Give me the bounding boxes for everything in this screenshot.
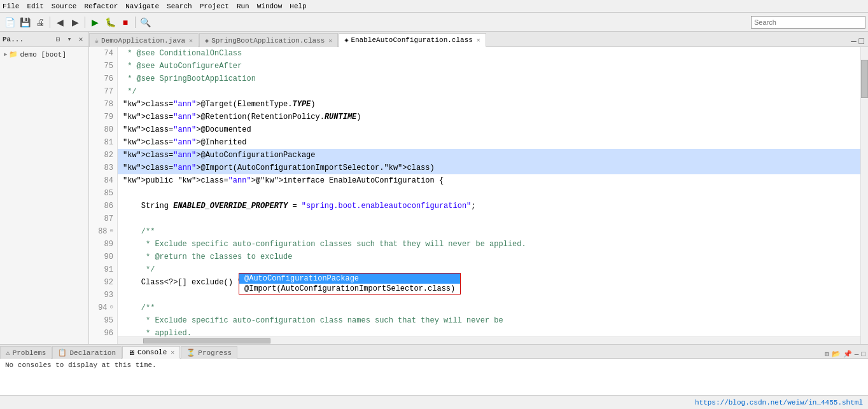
console-text: No consoles to display at this time.: [5, 361, 157, 369]
code-line[interactable]: * applied.: [118, 327, 860, 336]
problems-icon: ⚠: [6, 349, 10, 357]
code-line[interactable]: * @see ConditionalOnClass: [118, 47, 860, 60]
code-line[interactable]: * Exclude specific auto-configuration cl…: [118, 314, 860, 327]
code-line[interactable]: String ENABLED_OVERRIDE_PROPERTY = "spri…: [118, 200, 860, 212]
menu-file[interactable]: File: [3, 3, 19, 10]
toolbar: 📄 💾 🖨 ◀ ▶ ▶ 🐛 ■ 🔍: [0, 13, 868, 32]
statusbar-url[interactable]: https://blog.csdn.net/weiw/in_4455.shtml: [695, 399, 863, 406]
tab-maximize-btn[interactable]: □: [858, 36, 865, 46]
sidebar-item-demo[interactable]: ▶ 📁 demo [boot]: [1, 50, 87, 59]
code-line[interactable]: [118, 187, 860, 200]
line-num-row: 78: [93, 98, 113, 111]
sidebar-header: Pa... ⊟ ▾ ✕: [0, 32, 88, 47]
toolbar-new[interactable]: 📄: [3, 15, 17, 29]
scrollbar-horizontal[interactable]: [118, 336, 860, 344]
code-line[interactable]: "kw">class="ann">@AutoConfigurationPacka…: [118, 149, 860, 162]
code-line[interactable]: "kw">public "kw">class="ann">@"kw">inter…: [118, 174, 860, 187]
code-content[interactable]: * @see ConditionalOnClass * @see AutoCon…: [118, 47, 860, 336]
bottom-tab-declaration[interactable]: 📋 Declaration: [52, 346, 122, 359]
line-num-row: 74: [93, 47, 113, 60]
toolbar-save[interactable]: 💾: [18, 15, 32, 29]
bottom-tab-problems[interactable]: ⚠ Problems: [0, 346, 52, 359]
sidebar-item-label: demo [boot]: [20, 51, 66, 59]
menu-edit[interactable]: Edit: [27, 3, 43, 10]
code-line[interactable]: * @see SpringBootApplication: [118, 73, 860, 85]
line-num-row: 95: [93, 314, 113, 327]
line-num-row: 83: [93, 162, 113, 174]
sidebar-collapse-btn[interactable]: ⊟: [53, 35, 63, 43]
code-line[interactable]: "kw">class="ann">@Documented: [118, 123, 860, 136]
code-line[interactable]: * Exclude specific auto-configuration cl…: [118, 238, 860, 251]
code-line[interactable]: Class<?>[] exclude() "kw">default {};: [118, 276, 860, 289]
menu-run[interactable]: Run: [237, 3, 249, 10]
tab-enableautoconfig[interactable]: ◈ EnableAutoConfiguration.class ✕: [339, 33, 486, 47]
toolbar-forward[interactable]: ▶: [68, 15, 82, 29]
toolbar-run[interactable]: ▶: [88, 15, 102, 29]
line-num-row: 93: [93, 289, 113, 302]
tab-label-2: EnableAutoConfiguration.class: [351, 36, 472, 44]
sidebar-arrow: ▶: [4, 51, 7, 58]
sidebar-close-btn[interactable]: ✕: [76, 35, 86, 43]
code-editor: 747576777879808182838485868788⊖899091929…: [89, 47, 868, 344]
scrollbar-vertical[interactable]: [860, 47, 868, 344]
sidebar: Pa... ⊟ ▾ ✕ ▶ 📁 demo [boot]: [0, 32, 89, 344]
code-line[interactable]: */: [118, 263, 860, 276]
console-maximize-btn[interactable]: □: [861, 350, 865, 358]
console-pin-btn[interactable]: 📌: [843, 350, 852, 358]
console-minimize-btn[interactable]: —: [855, 350, 859, 358]
line-num-row: 94⊖: [93, 302, 113, 314]
tab-close-1[interactable]: ✕: [328, 37, 332, 45]
toolbar-stop[interactable]: ■: [118, 15, 132, 29]
menu-source[interactable]: Source: [52, 3, 77, 10]
line-num-row: 76: [93, 73, 113, 85]
console-new-btn[interactable]: ⊞: [825, 350, 829, 358]
toolbar-search-input[interactable]: [751, 16, 865, 29]
toolbar-debug[interactable]: 🐛: [103, 15, 117, 29]
tab-close-2[interactable]: ✕: [477, 36, 480, 44]
console-close-btn[interactable]: ✕: [171, 349, 174, 356]
line-num-row: 79: [93, 111, 113, 123]
autocomplete-row[interactable]: @Import(AutoConfigurationImportSelector.…: [239, 284, 460, 294]
code-line[interactable]: [118, 212, 860, 225]
code-line[interactable]: "kw">class="ann">@Target(ElementType.TYP…: [118, 98, 860, 111]
console-icon: 🖥: [128, 349, 135, 357]
code-line[interactable]: * @return the classes to exclude: [118, 251, 860, 263]
console-open-btn[interactable]: 📂: [832, 350, 841, 358]
code-lines: * @see ConditionalOnClass * @see AutoCon…: [118, 47, 860, 336]
progress-icon: ⏳: [186, 349, 195, 357]
progress-label: Progress: [198, 349, 232, 357]
code-line[interactable]: /**: [118, 302, 860, 314]
toolbar-sep-1: [50, 17, 50, 28]
declaration-label: Declaration: [69, 349, 116, 357]
menu-window[interactable]: Window: [257, 3, 283, 10]
toolbar-back[interactable]: ◀: [53, 15, 67, 29]
code-line[interactable]: /**: [118, 225, 860, 238]
tab-demoapplication[interactable]: ☕ DemoApplication.java ✕: [89, 33, 199, 47]
toolbar-search[interactable]: 🔍: [138, 15, 152, 29]
menu-navigate[interactable]: Navigate: [125, 3, 159, 10]
sidebar-menu-btn[interactable]: ▾: [64, 35, 74, 43]
code-line[interactable]: * @see AutoConfigureAfter: [118, 60, 860, 73]
menu-refactor[interactable]: Refactor: [84, 3, 118, 10]
scrollbar-thumb[interactable]: [861, 60, 868, 98]
code-line[interactable]: */: [118, 85, 860, 98]
main-area: Pa... ⊟ ▾ ✕ ▶ 📁 demo [boot] ☕ DemoApplic…: [0, 32, 868, 344]
bottom-tab-console[interactable]: 🖥 Console ✕: [122, 346, 180, 359]
scrollbar-h-thumb[interactable]: [143, 338, 270, 343]
code-line[interactable]: "kw">class="ann">@Import(AutoConfigurati…: [118, 162, 860, 174]
toolbar-sep-2: [85, 17, 85, 28]
tab-springboot[interactable]: ◈ SpringBootApplication.class ✕: [199, 33, 338, 47]
menu-search[interactable]: Search: [167, 3, 192, 10]
bottom-tab-progress[interactable]: ⏳ Progress: [181, 346, 237, 359]
toolbar-print[interactable]: 🖨: [33, 15, 47, 29]
tab-minimize-btn[interactable]: —: [850, 36, 857, 46]
menu-project[interactable]: Project: [200, 3, 229, 10]
code-line[interactable]: [118, 289, 860, 302]
menu-help[interactable]: Help: [290, 3, 306, 10]
tab-close-0[interactable]: ✕: [189, 37, 193, 45]
autocomplete-popup[interactable]: @AutoConfigurationPackage@Import(AutoCon…: [239, 273, 461, 295]
code-line[interactable]: "kw">class="ann">@Inherited: [118, 136, 860, 149]
autocomplete-row[interactable]: @AutoConfigurationPackage: [239, 274, 460, 284]
console-label: Console: [137, 349, 167, 356]
code-line[interactable]: "kw">class="ann">@Retention(RetentionPol…: [118, 111, 860, 123]
